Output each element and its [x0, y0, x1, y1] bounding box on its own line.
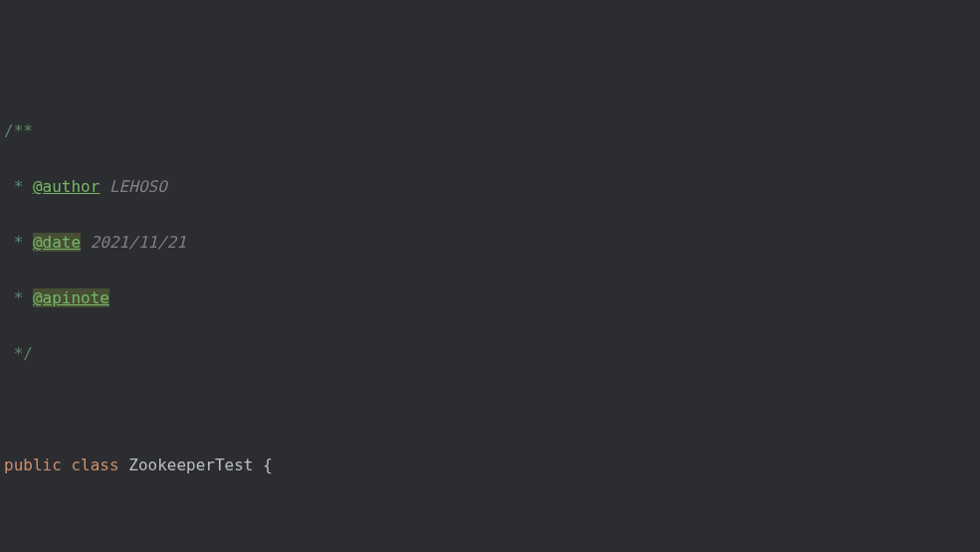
author-value: LEHOSO [99, 177, 166, 196]
doc-author-line[interactable]: * @author LEHOSO [0, 173, 980, 201]
blank-line[interactable] [0, 507, 980, 535]
comment-star: * [4, 233, 23, 252]
keyword-public: public [4, 456, 62, 474]
javadoc-date-tag: @date [33, 233, 81, 252]
doc-start[interactable]: /** [0, 117, 980, 145]
date-value: 2021/11/21 [81, 233, 186, 252]
javadoc-author-tag: @author [33, 177, 99, 196]
comment-text: */ [4, 344, 33, 363]
comment-star: * [4, 288, 23, 307]
doc-date-line[interactable]: * @date 2021/11/21 [0, 229, 980, 257]
doc-apinote-line[interactable]: * @apinote [0, 284, 980, 312]
brace: { [263, 456, 273, 474]
doc-end[interactable]: */ [0, 340, 980, 368]
space [23, 233, 33, 252]
space [23, 177, 33, 196]
class-decl-line[interactable]: public class ZookeeperTest { [0, 452, 980, 479]
blank-line[interactable] [0, 396, 980, 424]
comment-text: /** [4, 121, 33, 140]
keyword-class: class [71, 456, 118, 474]
javadoc-apinote-tag: @apinote [33, 288, 109, 307]
space [23, 288, 33, 307]
comment-star: * [4, 177, 23, 196]
class-name: ZookeeperTest [128, 456, 253, 474]
